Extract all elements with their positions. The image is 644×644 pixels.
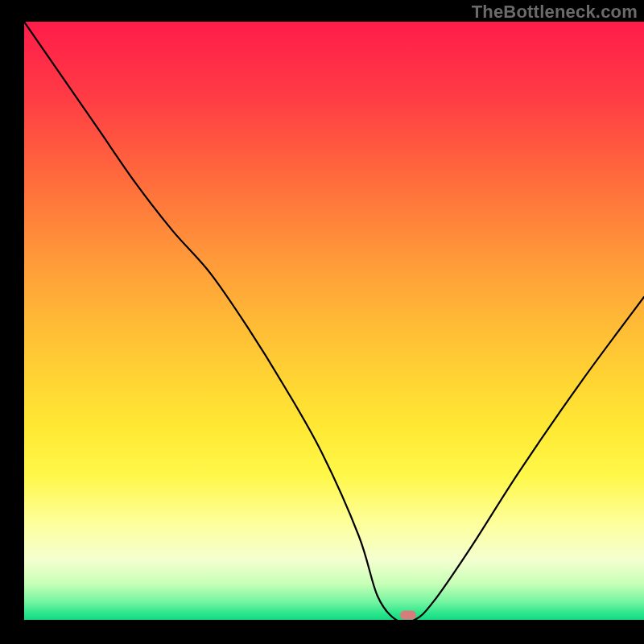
bottleneck-curve bbox=[24, 22, 644, 620]
chart-frame: TheBottleneck.com bbox=[0, 0, 644, 644]
watermark-text: TheBottleneck.com bbox=[472, 2, 638, 23]
plot-area bbox=[24, 22, 644, 620]
optimal-point-marker bbox=[400, 611, 416, 620]
